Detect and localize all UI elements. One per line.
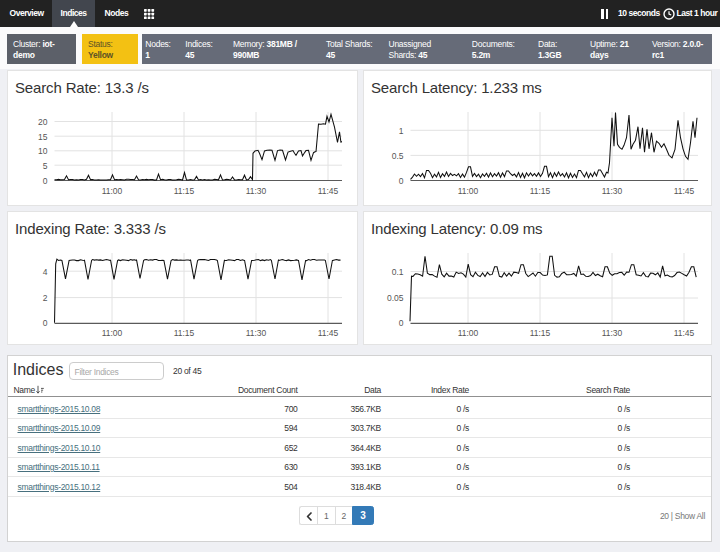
- svg-text:11:30: 11:30: [602, 186, 623, 196]
- svg-text:11:15: 11:15: [530, 328, 551, 338]
- svg-text:11:45: 11:45: [318, 328, 339, 338]
- svg-text:1: 1: [399, 126, 404, 136]
- svg-text:4: 4: [43, 267, 48, 277]
- svg-text:11:45: 11:45: [674, 328, 695, 338]
- svg-text:15: 15: [38, 132, 48, 142]
- svg-text:20: 20: [38, 117, 48, 127]
- svg-text:11:15: 11:15: [174, 186, 195, 196]
- svg-text:0: 0: [43, 318, 48, 328]
- svg-text:11:15: 11:15: [174, 328, 195, 338]
- svg-text:11:30: 11:30: [602, 328, 623, 338]
- svg-text:0.05: 0.05: [387, 293, 404, 303]
- svg-text:11:00: 11:00: [458, 186, 479, 196]
- svg-text:11:00: 11:00: [102, 328, 123, 338]
- svg-text:11:15: 11:15: [530, 186, 551, 196]
- svg-text:11:45: 11:45: [318, 186, 339, 196]
- svg-text:2: 2: [43, 293, 48, 303]
- svg-text:11:00: 11:00: [102, 186, 123, 196]
- svg-text:0: 0: [43, 176, 48, 186]
- svg-text:0.5: 0.5: [392, 151, 404, 161]
- svg-text:0: 0: [399, 176, 404, 186]
- svg-text:5: 5: [43, 161, 48, 171]
- svg-text:11:00: 11:00: [458, 328, 479, 338]
- svg-text:11:30: 11:30: [246, 328, 267, 338]
- svg-text:10: 10: [38, 146, 48, 156]
- svg-text:11:45: 11:45: [674, 186, 695, 196]
- svg-text:0.1: 0.1: [392, 267, 404, 277]
- svg-text:0: 0: [399, 318, 404, 328]
- svg-text:11:30: 11:30: [246, 186, 267, 196]
